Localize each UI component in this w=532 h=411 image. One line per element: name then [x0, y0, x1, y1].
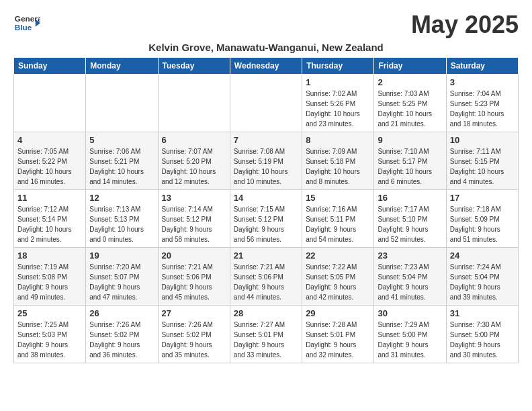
day-number: 22: [306, 250, 370, 261]
day-info: Sunrise: 7:21 AM Sunset: 5:06 PM Dayligh…: [162, 262, 226, 302]
calendar-header-row: SundayMondayTuesdayWednesdayThursdayFrid…: [14, 58, 519, 75]
calendar-day-cell: 27Sunrise: 7:26 AM Sunset: 5:02 PM Dayli…: [158, 306, 230, 363]
calendar-day-cell: 26Sunrise: 7:26 AM Sunset: 5:02 PM Dayli…: [86, 306, 158, 363]
day-info: Sunrise: 7:05 AM Sunset: 5:22 PM Dayligh…: [17, 146, 82, 187]
calendar-week-row: 11Sunrise: 7:12 AM Sunset: 5:14 PM Dayli…: [14, 190, 519, 248]
day-number: 25: [17, 308, 82, 318]
day-number: 28: [234, 308, 298, 318]
day-info: Sunrise: 7:30 AM Sunset: 5:00 PM Dayligh…: [450, 320, 515, 360]
calendar-day-cell: 9Sunrise: 7:10 AM Sunset: 5:17 PM Daylig…: [374, 132, 446, 190]
calendar-day-cell: 20Sunrise: 7:21 AM Sunset: 5:06 PM Dayli…: [158, 248, 230, 306]
weekday-header-monday: Monday: [86, 58, 158, 75]
day-info: Sunrise: 7:20 AM Sunset: 5:07 PM Dayligh…: [89, 262, 154, 302]
day-info: Sunrise: 7:27 AM Sunset: 5:01 PM Dayligh…: [234, 320, 298, 360]
day-info: Sunrise: 7:10 AM Sunset: 5:17 PM Dayligh…: [378, 146, 442, 187]
day-number: 9: [378, 135, 442, 145]
calendar-day-cell: 10Sunrise: 7:11 AM Sunset: 5:15 PM Dayli…: [446, 132, 518, 190]
day-info: Sunrise: 7:03 AM Sunset: 5:25 PM Dayligh…: [378, 89, 442, 129]
day-info: Sunrise: 7:11 AM Sunset: 5:15 PM Dayligh…: [450, 146, 515, 187]
calendar-day-cell: 24Sunrise: 7:24 AM Sunset: 5:04 PM Dayli…: [446, 248, 518, 306]
calendar-day-cell: 5Sunrise: 7:06 AM Sunset: 5:21 PM Daylig…: [86, 132, 158, 190]
day-info: Sunrise: 7:25 AM Sunset: 5:03 PM Dayligh…: [17, 320, 82, 360]
day-number: 24: [450, 250, 515, 261]
calendar-day-cell: 4Sunrise: 7:05 AM Sunset: 5:22 PM Daylig…: [14, 132, 86, 190]
day-number: 11: [17, 193, 82, 203]
calendar-week-row: 4Sunrise: 7:05 AM Sunset: 5:22 PM Daylig…: [14, 132, 519, 190]
day-number: 20: [162, 250, 226, 261]
weekday-header-friday: Friday: [374, 58, 446, 75]
calendar-day-cell: 2Sunrise: 7:03 AM Sunset: 5:25 PM Daylig…: [374, 75, 446, 132]
day-info: Sunrise: 7:02 AM Sunset: 5:26 PM Dayligh…: [306, 89, 370, 129]
calendar-day-cell: 18Sunrise: 7:19 AM Sunset: 5:08 PM Dayli…: [14, 248, 86, 306]
page-header: General Blue May 2025: [13, 11, 519, 39]
day-info: Sunrise: 7:21 AM Sunset: 5:06 PM Dayligh…: [234, 262, 298, 302]
month-title: May 2025: [411, 11, 519, 39]
day-info: Sunrise: 7:22 AM Sunset: 5:05 PM Dayligh…: [306, 262, 370, 302]
weekday-header-wednesday: Wednesday: [230, 58, 302, 75]
svg-text:Blue: Blue: [15, 23, 32, 32]
day-info: Sunrise: 7:07 AM Sunset: 5:20 PM Dayligh…: [162, 146, 226, 187]
day-info: Sunrise: 7:18 AM Sunset: 5:09 PM Dayligh…: [450, 204, 515, 244]
day-info: Sunrise: 7:09 AM Sunset: 5:18 PM Dayligh…: [306, 146, 370, 187]
calendar-day-cell: [14, 75, 86, 132]
calendar-day-cell: 13Sunrise: 7:14 AM Sunset: 5:12 PM Dayli…: [158, 190, 230, 248]
day-info: Sunrise: 7:06 AM Sunset: 5:21 PM Dayligh…: [89, 146, 154, 187]
logo: General Blue: [13, 11, 40, 38]
calendar-day-cell: 8Sunrise: 7:09 AM Sunset: 5:18 PM Daylig…: [302, 132, 374, 190]
weekday-header-thursday: Thursday: [302, 58, 374, 75]
day-info: Sunrise: 7:26 AM Sunset: 5:02 PM Dayligh…: [89, 320, 154, 360]
calendar-day-cell: [158, 75, 230, 132]
calendar-day-cell: 15Sunrise: 7:16 AM Sunset: 5:11 PM Dayli…: [302, 190, 374, 248]
day-info: Sunrise: 7:29 AM Sunset: 5:00 PM Dayligh…: [378, 320, 442, 360]
day-number: 1: [306, 77, 370, 87]
day-number: 7: [234, 135, 298, 145]
calendar-day-cell: [230, 75, 302, 132]
calendar-day-cell: 12Sunrise: 7:13 AM Sunset: 5:13 PM Dayli…: [86, 190, 158, 248]
weekday-header-tuesday: Tuesday: [158, 58, 230, 75]
calendar-week-row: 18Sunrise: 7:19 AM Sunset: 5:08 PM Dayli…: [14, 248, 519, 306]
calendar-day-cell: 23Sunrise: 7:23 AM Sunset: 5:04 PM Dayli…: [374, 248, 446, 306]
day-info: Sunrise: 7:04 AM Sunset: 5:23 PM Dayligh…: [450, 89, 515, 129]
day-number: 4: [17, 135, 82, 145]
day-number: 10: [450, 135, 515, 145]
location-title: Kelvin Grove, Manawatu-Wanganui, New Zea…: [13, 42, 519, 53]
day-number: 12: [89, 193, 154, 203]
calendar-day-cell: 16Sunrise: 7:17 AM Sunset: 5:10 PM Dayli…: [374, 190, 446, 248]
calendar-day-cell: 31Sunrise: 7:30 AM Sunset: 5:00 PM Dayli…: [446, 306, 518, 363]
calendar-day-cell: 11Sunrise: 7:12 AM Sunset: 5:14 PM Dayli…: [14, 190, 86, 248]
weekday-header-sunday: Sunday: [14, 58, 86, 75]
logo-icon: General Blue: [13, 11, 40, 38]
calendar-week-row: 25Sunrise: 7:25 AM Sunset: 5:03 PM Dayli…: [14, 306, 519, 363]
calendar-day-cell: 28Sunrise: 7:27 AM Sunset: 5:01 PM Dayli…: [230, 306, 302, 363]
day-info: Sunrise: 7:26 AM Sunset: 5:02 PM Dayligh…: [162, 320, 226, 360]
day-number: 2: [378, 77, 442, 87]
day-number: 16: [378, 193, 442, 203]
day-info: Sunrise: 7:28 AM Sunset: 5:01 PM Dayligh…: [306, 320, 370, 360]
calendar-day-cell: 25Sunrise: 7:25 AM Sunset: 5:03 PM Dayli…: [14, 306, 86, 363]
day-info: Sunrise: 7:17 AM Sunset: 5:10 PM Dayligh…: [378, 204, 442, 244]
day-number: 14: [234, 193, 298, 203]
day-number: 17: [450, 193, 515, 203]
calendar-body: 1Sunrise: 7:02 AM Sunset: 5:26 PM Daylig…: [14, 75, 519, 363]
day-number: 21: [234, 250, 298, 261]
day-number: 19: [89, 250, 154, 261]
weekday-header-saturday: Saturday: [446, 58, 518, 75]
calendar-day-cell: 7Sunrise: 7:08 AM Sunset: 5:19 PM Daylig…: [230, 132, 302, 190]
day-number: 30: [378, 308, 442, 318]
calendar-table: SundayMondayTuesdayWednesdayThursdayFrid…: [13, 57, 519, 363]
calendar-day-cell: 29Sunrise: 7:28 AM Sunset: 5:01 PM Dayli…: [302, 306, 374, 363]
calendar-day-cell: 19Sunrise: 7:20 AM Sunset: 5:07 PM Dayli…: [86, 248, 158, 306]
day-info: Sunrise: 7:16 AM Sunset: 5:11 PM Dayligh…: [306, 204, 370, 244]
day-number: 15: [306, 193, 370, 203]
day-number: 31: [450, 308, 515, 318]
day-number: 5: [89, 135, 154, 145]
calendar-day-cell: 22Sunrise: 7:22 AM Sunset: 5:05 PM Dayli…: [302, 248, 374, 306]
day-number: 3: [450, 77, 515, 87]
day-number: 27: [162, 308, 226, 318]
day-info: Sunrise: 7:19 AM Sunset: 5:08 PM Dayligh…: [17, 262, 82, 302]
day-info: Sunrise: 7:08 AM Sunset: 5:19 PM Dayligh…: [234, 146, 298, 187]
calendar-day-cell: [86, 75, 158, 132]
day-number: 6: [162, 135, 226, 145]
calendar-day-cell: 3Sunrise: 7:04 AM Sunset: 5:23 PM Daylig…: [446, 75, 518, 132]
day-info: Sunrise: 7:23 AM Sunset: 5:04 PM Dayligh…: [378, 262, 442, 302]
